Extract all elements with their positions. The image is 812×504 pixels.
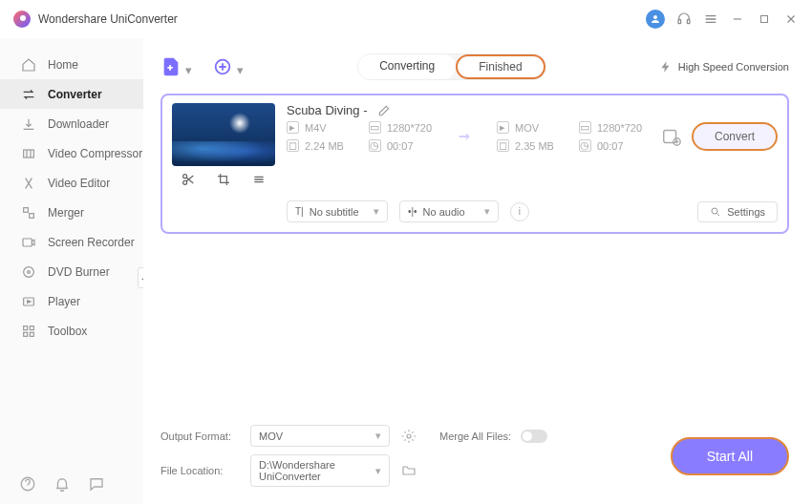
merge-label: Merge All Files: (439, 430, 511, 442)
sidebar-item-downloader[interactable]: Downloader (0, 109, 143, 138)
content-area: ▾ ▾ Converting Finished High Speed Conve… (143, 38, 812, 504)
sidebar-item-compressor[interactable]: Video Compressor (0, 138, 143, 168)
audio-value: No audio (423, 206, 465, 218)
sidebar-item-recorder[interactable]: Screen Recorder (0, 227, 143, 257)
subtitle-dropdown[interactable]: T|No subtitle▾ (287, 200, 388, 222)
resolution-icon: ▭ (579, 121, 591, 134)
help-icon[interactable] (19, 475, 36, 493)
tab-finished[interactable]: Finished (456, 54, 545, 79)
video-icon: ▸ (287, 121, 299, 134)
merge-toggle[interactable] (521, 430, 547, 443)
target-resolution: 1280*720 (597, 122, 642, 134)
svg-rect-11 (24, 326, 28, 329)
trim-icon[interactable] (181, 172, 196, 187)
svg-point-9 (28, 270, 31, 273)
format-settings-icon[interactable] (661, 126, 682, 147)
editor-icon (21, 176, 36, 191)
output-format-dropdown[interactable]: MOV▾ (250, 425, 390, 447)
sidebar-item-home[interactable]: Home (0, 50, 143, 79)
menu-icon[interactable] (703, 11, 718, 27)
video-thumbnail[interactable] (172, 103, 275, 166)
svg-point-8 (24, 266, 34, 277)
minimize-icon[interactable] (730, 11, 745, 27)
svg-rect-1 (678, 20, 681, 24)
headset-icon[interactable] (676, 11, 692, 27)
more-icon[interactable] (251, 172, 267, 187)
sidebar-item-merger[interactable]: Merger (0, 198, 143, 227)
clock-icon: ◷ (579, 139, 591, 152)
svg-point-0 (653, 15, 657, 19)
info-icon[interactable]: i (510, 202, 529, 221)
add-file-icon (160, 56, 182, 77)
sidebar-item-burner[interactable]: DVD Burner (0, 257, 143, 286)
high-speed-label: High Speed Conversion (678, 61, 789, 73)
convert-button[interactable]: Convert (692, 122, 778, 151)
settings-button[interactable]: Settings (697, 201, 778, 222)
subtitle-value: No subtitle (310, 206, 359, 218)
chevron-down-icon: ▾ (375, 465, 381, 477)
source-meta2: ▭1280*720 ◷00:07 (369, 121, 436, 152)
feedback-icon[interactable] (88, 475, 105, 493)
app-logo-icon (13, 10, 31, 28)
maximize-icon[interactable] (757, 11, 772, 27)
sidebar-item-converter[interactable]: Converter (0, 79, 143, 109)
target-meta2: ▭1280*720 ◷00:07 (579, 121, 646, 152)
target-duration: 00:07 (597, 140, 624, 152)
bell-icon[interactable] (53, 475, 71, 493)
edit-title-icon[interactable] (377, 104, 391, 117)
source-size: 2.24 MB (305, 140, 344, 152)
chevron-down-icon: ▾ (374, 205, 379, 218)
high-speed-toggle[interactable]: High Speed Conversion (659, 60, 789, 74)
file-location-value: D:\Wondershare UniConverter (259, 459, 370, 482)
svg-rect-13 (24, 332, 28, 336)
sidebar-item-label: Home (48, 58, 78, 72)
sidebar-item-player[interactable]: Player (0, 286, 143, 316)
sidebar-footer (19, 475, 105, 493)
sidebar-item-label: Video Compressor (48, 147, 142, 160)
svg-rect-2 (687, 20, 690, 24)
folder-icon[interactable] (401, 463, 417, 478)
titlebar-left: Wondershare UniConverter (13, 10, 178, 28)
file-location-dropdown[interactable]: D:\Wondershare UniConverter▾ (250, 454, 390, 487)
topbar-left: ▾ ▾ (160, 56, 245, 77)
add-url-button[interactable]: ▾ (212, 56, 245, 77)
start-all-button[interactable]: Start All (671, 437, 789, 475)
sidebar-item-label: DVD Burner (48, 265, 110, 279)
search-icon (710, 206, 721, 218)
sidebar-item-toolbox[interactable]: Toolbox (0, 316, 143, 346)
thumbnail-tools (172, 172, 275, 187)
close-icon[interactable] (783, 11, 799, 27)
sidebar-item-label: Toolbox (48, 325, 87, 338)
svg-point-22 (407, 434, 411, 438)
settings-label: Settings (727, 206, 765, 218)
gear-icon[interactable] (401, 429, 417, 444)
crop-icon[interactable] (216, 172, 231, 187)
svg-rect-12 (30, 326, 33, 329)
chevron-down-icon: ▾ (185, 63, 193, 71)
audio-dropdown[interactable]: •|•No audio▾ (399, 200, 499, 222)
converter-icon (21, 87, 36, 102)
file-icon: ◻ (287, 139, 299, 152)
sidebar-item-editor[interactable]: Video Editor (0, 168, 143, 198)
add-file-button[interactable]: ▾ (160, 56, 193, 77)
file-title: Scuba Diving - (287, 103, 368, 117)
footer: Output Format: MOV▾ Merge All Files: Fil… (160, 413, 789, 504)
topbar: ▾ ▾ Converting Finished High Speed Conve… (160, 46, 789, 88)
chevron-down-icon: ▾ (484, 205, 490, 218)
home-icon (21, 57, 36, 73)
downloader-icon (21, 116, 36, 132)
svg-rect-4 (24, 150, 34, 158)
chevron-down-icon: ▾ (375, 430, 381, 442)
sidebar-item-label: Merger (48, 206, 84, 220)
player-icon (21, 294, 36, 309)
source-meta: ▸M4V ◻2.24 MB (287, 121, 353, 152)
recorder-icon (21, 235, 36, 250)
tab-converting[interactable]: Converting (358, 54, 456, 79)
user-avatar-icon[interactable] (646, 10, 665, 29)
source-format: M4V (305, 122, 327, 134)
svg-rect-7 (23, 239, 32, 246)
sidebar-item-label: Screen Recorder (48, 236, 135, 249)
sidebar-item-label: Downloader (48, 117, 109, 131)
titlebar: Wondershare UniConverter (0, 0, 812, 38)
burner-icon (21, 264, 36, 280)
